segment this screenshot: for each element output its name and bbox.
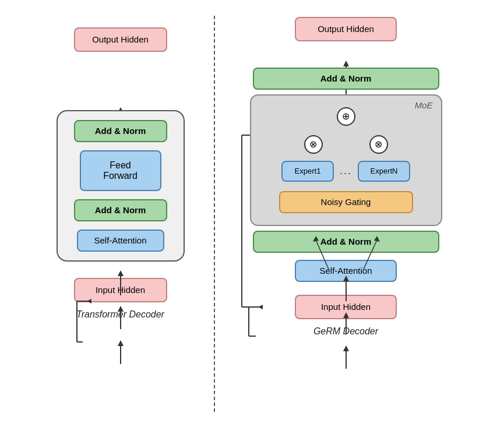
left-input-hidden-box: Input Hidden bbox=[74, 278, 167, 302]
right-input-hidden-box: Input Hidden bbox=[295, 295, 397, 319]
multiply-right-symbol: ⊗ bbox=[375, 139, 382, 150]
right-add-norm-top-label: Add & Norm bbox=[320, 73, 372, 83]
right-output-hidden-label: Output Hidden bbox=[318, 24, 374, 34]
svg-marker-5 bbox=[118, 270, 124, 276]
right-moe-box: MoE ⊕ ⊗ ⊗ Expert1 bbox=[250, 94, 442, 226]
noisy-gating-container: Noisy Gating bbox=[279, 191, 413, 213]
left-outer-box: Add & Norm Feed Forward Add & Norm Self-… bbox=[57, 110, 185, 262]
left-self-attention: Self-Attention bbox=[77, 230, 164, 252]
multiply-left-symbol: ⊗ bbox=[309, 139, 317, 150]
right-add-norm-top: Add & Norm bbox=[253, 68, 439, 90]
left-output-hidden-box: Output Hidden bbox=[74, 27, 167, 52]
svg-marker-19 bbox=[343, 345, 349, 351]
noisy-gating-label: Noisy Gating bbox=[321, 197, 371, 207]
left-add-norm-bottom: Add & Norm bbox=[74, 199, 167, 221]
right-output-hidden: Output Hidden bbox=[295, 17, 397, 41]
svg-marker-1 bbox=[118, 340, 124, 346]
multiply-left: ⊗ bbox=[304, 135, 323, 154]
svg-marker-27 bbox=[343, 61, 349, 66]
left-feed-forward: Feed Forward bbox=[80, 150, 161, 191]
experts-row: Expert1 ... ExpertN bbox=[281, 161, 410, 182]
right-self-attention-container: Self-Attention bbox=[295, 260, 397, 282]
right-input-hidden-label: Input Hidden bbox=[321, 302, 371, 312]
left-self-attention-label: Self-Attention bbox=[94, 235, 146, 245]
left-caption: Transformer Decoder bbox=[76, 309, 164, 320]
right-output-hidden-box: Output Hidden bbox=[295, 17, 397, 41]
left-add-norm-top-label: Add & Norm bbox=[95, 126, 146, 136]
divider bbox=[214, 16, 215, 412]
right-panel: Output Hidden Add & Norm MoE ⊕ ⊗ bbox=[221, 4, 471, 424]
right-plus-symbol: ⊕ bbox=[337, 107, 355, 126]
left-output-hidden-label: Output Hidden bbox=[92, 34, 149, 44]
expert1-label: Expert1 bbox=[295, 167, 321, 175]
multiply-right: ⊗ bbox=[369, 135, 388, 154]
noisy-gating-box: Noisy Gating bbox=[279, 191, 413, 213]
right-add-norm-bottom: Add & Norm bbox=[253, 231, 439, 253]
right-add-norm-bottom-container: Add & Norm bbox=[253, 231, 439, 253]
right-input-hidden: Input Hidden bbox=[295, 295, 397, 319]
dots: ... bbox=[340, 165, 352, 177]
multiply-row: ⊗ ⊗ bbox=[304, 135, 388, 154]
expertN-label: ExpertN bbox=[371, 167, 398, 175]
expert1-box: Expert1 bbox=[281, 161, 334, 182]
diagram-container: Output Hidden Add & Norm Feed Forward Ad… bbox=[2, 4, 503, 424]
left-add-norm-top: Add & Norm bbox=[74, 120, 167, 142]
left-input-hidden: Input Hidden bbox=[74, 278, 167, 302]
left-feed-forward-label: Feed Forward bbox=[103, 160, 138, 181]
right-self-attention-label: Self-Attention bbox=[319, 266, 372, 276]
right-caption: GeRM Decoder bbox=[313, 326, 378, 337]
right-add-norm-bottom-label: Add & Norm bbox=[320, 237, 372, 246]
left-panel: Output Hidden Add & Norm Feed Forward Ad… bbox=[33, 4, 208, 424]
left-input-hidden-label: Input Hidden bbox=[96, 285, 145, 295]
plus-circle: ⊕ bbox=[337, 107, 355, 126]
plus-symbol-text: ⊕ bbox=[342, 111, 350, 122]
right-self-attention: Self-Attention bbox=[295, 260, 397, 282]
left-output-hidden: Output Hidden bbox=[74, 27, 167, 52]
right-moe-label: MoE bbox=[415, 100, 433, 110]
left-add-norm-bottom-label: Add & Norm bbox=[95, 205, 146, 215]
expertN-box: ExpertN bbox=[358, 161, 410, 182]
svg-marker-31 bbox=[258, 305, 263, 309]
